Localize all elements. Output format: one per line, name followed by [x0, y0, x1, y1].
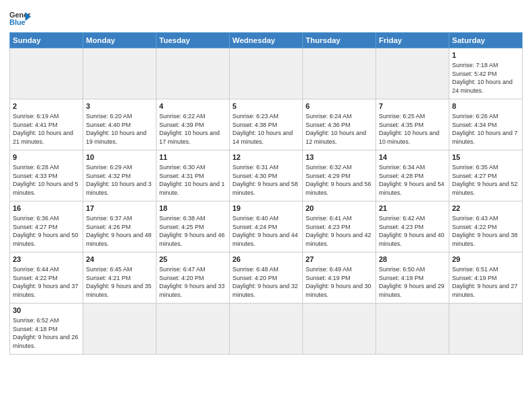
day-cell: 3Sunrise: 6:20 AM Sunset: 4:40 PM Daylig… [83, 99, 157, 150]
col-header-monday: Monday [83, 33, 157, 48]
col-header-sunday: Sunday [10, 33, 83, 48]
day-cell: 2Sunrise: 6:19 AM Sunset: 4:41 PM Daylig… [10, 99, 83, 150]
calendar-table: SundayMondayTuesdayWednesdayThursdayFrid… [9, 32, 523, 355]
day-number: 21 [379, 203, 446, 214]
day-cell: 27Sunrise: 6:49 AM Sunset: 4:19 PM Dayli… [303, 253, 376, 304]
day-cell: 15Sunrise: 6:35 AM Sunset: 4:27 PM Dayli… [449, 150, 523, 201]
day-number: 11 [159, 152, 226, 163]
day-cell [230, 304, 303, 355]
day-cell: 22Sunrise: 6:43 AM Sunset: 4:22 PM Dayli… [449, 201, 523, 253]
day-number: 19 [232, 203, 300, 214]
header-row: SundayMondayTuesdayWednesdayThursdayFrid… [10, 33, 523, 48]
day-cell [83, 48, 157, 99]
day-number: 13 [306, 152, 373, 163]
day-number: 3 [86, 101, 153, 111]
day-info: Sunrise: 6:45 AM Sunset: 4:21 PM Dayligh… [86, 266, 152, 298]
day-cell: 16Sunrise: 6:36 AM Sunset: 4:27 PM Dayli… [10, 201, 83, 253]
day-cell [376, 304, 449, 355]
day-info: Sunrise: 6:37 AM Sunset: 4:26 PM Dayligh… [86, 215, 152, 247]
day-number: 30 [13, 306, 80, 316]
day-info: Sunrise: 6:30 AM Sunset: 4:31 PM Dayligh… [159, 164, 225, 196]
day-info: Sunrise: 6:47 AM Sunset: 4:20 PM Dayligh… [159, 266, 225, 298]
day-info: Sunrise: 6:35 AM Sunset: 4:27 PM Dayligh… [452, 164, 518, 196]
day-cell: 20Sunrise: 6:41 AM Sunset: 4:23 PM Dayli… [303, 201, 376, 253]
day-cell: 18Sunrise: 6:38 AM Sunset: 4:25 PM Dayli… [157, 201, 230, 253]
week-row-3: 16Sunrise: 6:36 AM Sunset: 4:27 PM Dayli… [10, 201, 523, 253]
day-cell [303, 48, 376, 99]
day-number: 4 [159, 101, 226, 111]
day-cell: 21Sunrise: 6:42 AM Sunset: 4:23 PM Dayli… [376, 201, 449, 253]
day-info: Sunrise: 6:34 AM Sunset: 4:28 PM Dayligh… [379, 164, 445, 196]
day-info: Sunrise: 6:29 AM Sunset: 4:32 PM Dayligh… [86, 164, 152, 196]
day-number: 26 [232, 255, 300, 265]
day-info: Sunrise: 6:20 AM Sunset: 4:40 PM Dayligh… [86, 113, 146, 145]
day-number: 1 [452, 50, 519, 60]
day-info: Sunrise: 6:24 AM Sunset: 4:36 PM Dayligh… [306, 113, 366, 145]
day-info: Sunrise: 6:36 AM Sunset: 4:27 PM Dayligh… [13, 215, 79, 247]
day-number: 23 [13, 255, 80, 265]
day-cell: 5Sunrise: 6:23 AM Sunset: 4:38 PM Daylig… [230, 99, 303, 150]
col-header-friday: Friday [376, 33, 449, 48]
day-cell: 6Sunrise: 6:24 AM Sunset: 4:36 PM Daylig… [303, 99, 376, 150]
day-info: Sunrise: 6:28 AM Sunset: 4:33 PM Dayligh… [13, 164, 79, 196]
day-cell: 26Sunrise: 6:48 AM Sunset: 4:20 PM Dayli… [230, 253, 303, 304]
day-info: Sunrise: 6:32 AM Sunset: 4:29 PM Dayligh… [306, 164, 371, 196]
day-number: 7 [379, 101, 446, 111]
day-number: 24 [86, 255, 153, 265]
day-number: 12 [232, 152, 300, 163]
week-row-1: 2Sunrise: 6:19 AM Sunset: 4:41 PM Daylig… [10, 99, 523, 150]
day-number: 28 [379, 255, 446, 265]
week-row-0: 1Sunrise: 7:18 AM Sunset: 5:42 PM Daylig… [10, 48, 523, 99]
day-number: 18 [159, 203, 226, 214]
col-header-wednesday: Wednesday [230, 33, 303, 48]
col-header-tuesday: Tuesday [157, 33, 230, 48]
day-cell [230, 48, 303, 99]
day-number: 8 [452, 101, 519, 111]
day-cell: 30Sunrise: 6:52 AM Sunset: 4:18 PM Dayli… [10, 304, 83, 355]
day-cell [449, 304, 523, 355]
col-header-thursday: Thursday [303, 33, 376, 48]
day-cell [376, 48, 449, 99]
day-cell: 1Sunrise: 7:18 AM Sunset: 5:42 PM Daylig… [449, 48, 523, 99]
day-cell: 12Sunrise: 6:31 AM Sunset: 4:30 PM Dayli… [230, 150, 303, 201]
day-info: Sunrise: 7:18 AM Sunset: 5:42 PM Dayligh… [452, 62, 513, 94]
day-number: 6 [306, 101, 373, 111]
day-number: 27 [306, 255, 373, 265]
day-info: Sunrise: 6:22 AM Sunset: 4:39 PM Dayligh… [159, 113, 220, 145]
day-cell: 11Sunrise: 6:30 AM Sunset: 4:31 PM Dayli… [157, 150, 230, 201]
day-cell [303, 304, 376, 355]
day-cell: 14Sunrise: 6:34 AM Sunset: 4:28 PM Dayli… [376, 150, 449, 201]
day-cell [10, 48, 83, 99]
week-row-2: 9Sunrise: 6:28 AM Sunset: 4:33 PM Daylig… [10, 150, 523, 201]
day-number: 5 [232, 101, 300, 111]
week-row-4: 23Sunrise: 6:44 AM Sunset: 4:22 PM Dayli… [10, 253, 523, 304]
logo: General Blue [9, 9, 31, 28]
day-info: Sunrise: 6:52 AM Sunset: 4:18 PM Dayligh… [13, 317, 79, 349]
day-number: 14 [379, 152, 446, 163]
day-cell: 4Sunrise: 6:22 AM Sunset: 4:39 PM Daylig… [157, 99, 230, 150]
day-cell: 19Sunrise: 6:40 AM Sunset: 4:24 PM Dayli… [230, 201, 303, 253]
day-number: 2 [13, 101, 80, 111]
day-info: Sunrise: 6:44 AM Sunset: 4:22 PM Dayligh… [13, 266, 79, 298]
day-info: Sunrise: 6:41 AM Sunset: 4:23 PM Dayligh… [306, 215, 371, 247]
day-number: 9 [13, 152, 80, 163]
day-cell: 29Sunrise: 6:51 AM Sunset: 4:19 PM Dayli… [449, 253, 523, 304]
col-header-saturday: Saturday [449, 33, 523, 48]
day-info: Sunrise: 6:26 AM Sunset: 4:34 PM Dayligh… [452, 113, 518, 145]
day-number: 22 [452, 203, 519, 214]
day-number: 17 [86, 203, 153, 214]
day-number: 16 [13, 203, 80, 214]
day-cell: 7Sunrise: 6:25 AM Sunset: 4:35 PM Daylig… [376, 99, 449, 150]
day-number: 10 [86, 152, 153, 163]
day-cell: 10Sunrise: 6:29 AM Sunset: 4:32 PM Dayli… [83, 150, 157, 201]
day-info: Sunrise: 6:38 AM Sunset: 4:25 PM Dayligh… [159, 215, 225, 247]
day-cell: 23Sunrise: 6:44 AM Sunset: 4:22 PM Dayli… [10, 253, 83, 304]
svg-text:Blue: Blue [9, 18, 26, 26]
day-info: Sunrise: 6:25 AM Sunset: 4:35 PM Dayligh… [379, 113, 439, 145]
day-cell [157, 304, 230, 355]
day-cell: 25Sunrise: 6:47 AM Sunset: 4:20 PM Dayli… [157, 253, 230, 304]
day-info: Sunrise: 6:19 AM Sunset: 4:41 PM Dayligh… [13, 113, 73, 145]
day-info: Sunrise: 6:51 AM Sunset: 4:19 PM Dayligh… [452, 266, 518, 298]
day-cell [83, 304, 157, 355]
day-number: 29 [452, 255, 519, 265]
